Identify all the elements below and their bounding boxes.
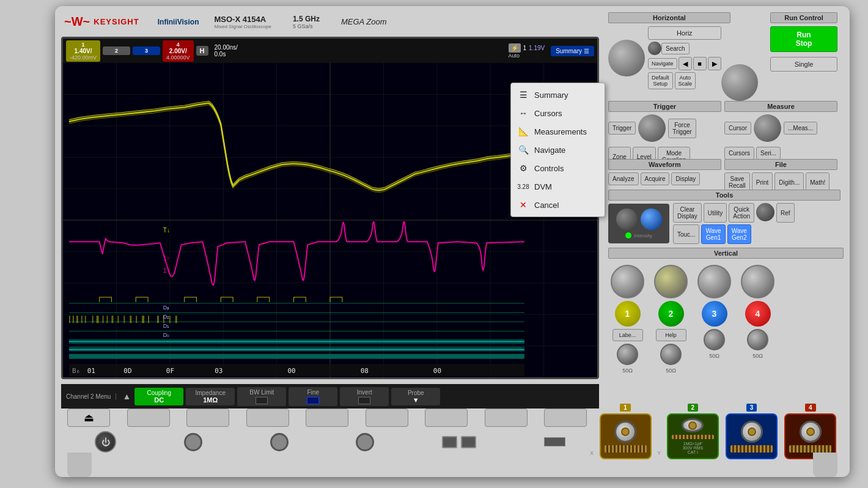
channel1-badge[interactable]: 1 1.40V/ -420.00mV bbox=[66, 40, 100, 62]
bottom-btn-f2[interactable] bbox=[186, 409, 229, 427]
ref-button[interactable]: Ref bbox=[776, 203, 795, 223]
ch1-bnc[interactable] bbox=[614, 421, 636, 443]
usb-port-1[interactable] bbox=[442, 436, 457, 448]
trigger-button[interactable]: Trigger bbox=[608, 122, 636, 135]
bottom-btn-f5[interactable] bbox=[366, 409, 408, 427]
auto-scale-button[interactable]: AutoScale bbox=[675, 72, 696, 89]
ch1-offset: -420.00mV bbox=[70, 54, 97, 61]
search-button[interactable]: Search bbox=[661, 43, 690, 54]
bottom-btn-f8[interactable] bbox=[544, 409, 587, 427]
quick-action-button[interactable]: QuickAction bbox=[729, 203, 754, 223]
horiz-button[interactable]: Horiz bbox=[648, 26, 721, 40]
bottom-btn-f6[interactable] bbox=[425, 409, 468, 427]
ch4-scale-knob[interactable] bbox=[741, 265, 774, 298]
wave-gen1-button[interactable]: WaveGen1 bbox=[701, 224, 725, 244]
horizontal-position-knob[interactable] bbox=[608, 40, 645, 76]
ch1-vertical-button[interactable]: 1 bbox=[615, 301, 641, 327]
cursor-button[interactable]: Cursor bbox=[724, 122, 751, 135]
measure-knob[interactable] bbox=[754, 114, 781, 142]
channel3-badge[interactable]: 3 bbox=[133, 46, 160, 55]
ch2-bnc[interactable] bbox=[682, 418, 704, 432]
acquire-button[interactable]: Acquire bbox=[641, 172, 670, 185]
bottom-btn-f7[interactable] bbox=[485, 409, 528, 427]
power-button[interactable]: ⏻ bbox=[95, 431, 116, 453]
ch1-scale-knob[interactable] bbox=[611, 265, 644, 298]
bottom-btn-f4[interactable] bbox=[306, 409, 348, 427]
ch1-label-button[interactable]: Labe... bbox=[612, 329, 643, 341]
usb-port-2[interactable] bbox=[461, 436, 476, 448]
connector-circle-1[interactable] bbox=[184, 433, 202, 451]
ch2-vertical-button[interactable]: 2 bbox=[658, 301, 684, 327]
navigate-button[interactable]: Navigate bbox=[648, 58, 677, 69]
nav-left-button[interactable]: ◀ bbox=[679, 57, 692, 70]
probe-button[interactable]: Probe ▼ bbox=[391, 388, 440, 405]
bw-limit-button[interactable]: BW Limit bbox=[237, 387, 286, 406]
channel2-badge[interactable]: 2 bbox=[103, 46, 130, 55]
menu-item-cursors[interactable]: ↔ Cursors bbox=[511, 104, 605, 122]
measure-cursors-button[interactable]: Cursors bbox=[724, 147, 754, 160]
summary-button[interactable]: Summary ☰ bbox=[551, 46, 594, 56]
bottom-btn-eject[interactable]: ⏏ bbox=[67, 409, 110, 427]
coupling-button[interactable]: Coupling DC bbox=[134, 388, 183, 405]
ch3-conn-label: 3 bbox=[746, 404, 757, 412]
menu-item-controls[interactable]: ⚙ Controls bbox=[511, 159, 605, 177]
scroll-up-arrow[interactable]: ▲ bbox=[597, 66, 599, 73]
channel4-badge[interactable]: 4 2.00V/ 4.00000V bbox=[163, 40, 194, 62]
fine-button[interactable]: Fine bbox=[289, 387, 337, 406]
search-knob[interactable] bbox=[648, 42, 661, 55]
meas-button[interactable]: ...Meas... bbox=[784, 122, 817, 135]
clear-display-button[interactable]: ClearDisplay bbox=[673, 203, 702, 223]
menu-item-cancel[interactable]: ✕ Cancel bbox=[511, 196, 605, 214]
ch2-position-knob[interactable] bbox=[660, 344, 682, 365]
ch3-scale-knob[interactable] bbox=[697, 265, 731, 298]
connector-circle-3[interactable] bbox=[356, 433, 374, 451]
ch4-conn-dots bbox=[789, 445, 831, 453]
utility-button[interactable]: Utility bbox=[704, 203, 727, 223]
single-button[interactable]: Single bbox=[770, 57, 837, 72]
connector-circle-2[interactable] bbox=[270, 433, 289, 451]
default-setup-button[interactable]: DefaultSetup bbox=[648, 72, 673, 89]
ch3-vertical-button[interactable]: 3 bbox=[702, 301, 727, 327]
analyze-button[interactable]: Analyze bbox=[608, 172, 639, 185]
ch3-position-knob[interactable] bbox=[704, 329, 725, 350]
ch3-conn-box[interactable] bbox=[726, 413, 778, 459]
menu-item-navigate[interactable]: 🔍 Navigate bbox=[511, 141, 605, 159]
nav-stop-button[interactable]: ■ bbox=[693, 57, 707, 70]
horizontal-badge[interactable]: H bbox=[196, 46, 208, 56]
intensity-knob-1[interactable] bbox=[616, 209, 638, 230]
channel-menu-up-arrow[interactable]: ▲ bbox=[120, 391, 133, 401]
ch4-bnc[interactable] bbox=[800, 421, 822, 443]
run-stop-button[interactable]: RunStop bbox=[770, 26, 837, 52]
intensity-knob-2[interactable] bbox=[641, 209, 662, 230]
trigger-level-knob[interactable] bbox=[638, 114, 666, 142]
ch2-ohm-label: 50Ω bbox=[666, 368, 676, 374]
ch4-vertical-button[interactable]: 4 bbox=[745, 301, 771, 327]
invert-button[interactable]: Invert bbox=[340, 387, 389, 406]
force-trigger-button[interactable]: ForceTrigger bbox=[668, 119, 696, 138]
touch-button[interactable]: Touc... bbox=[673, 224, 699, 244]
menu-item-summary[interactable]: ☰ Summary bbox=[511, 86, 605, 104]
display-button[interactable]: Display bbox=[671, 172, 700, 185]
vertical-section-title: Vertical bbox=[608, 248, 844, 259]
seri-button[interactable]: Seri... bbox=[756, 147, 781, 160]
ch4-position-knob[interactable] bbox=[747, 329, 768, 350]
horizontal-scale-knob[interactable] bbox=[721, 64, 758, 101]
impedance-button[interactable]: Impedance 1MΩ bbox=[186, 388, 235, 405]
ch2-help-button[interactable]: Help bbox=[656, 329, 686, 341]
menu-item-dvm[interactable]: 3.28 DVM bbox=[511, 177, 605, 196]
bottom-btn-f3[interactable] bbox=[246, 409, 289, 427]
waveform-controls: Analyze Acquire Display bbox=[608, 172, 721, 185]
wave-gen2-button[interactable]: WaveGen2 bbox=[727, 224, 751, 244]
menu-item-measurements[interactable]: 📐 Measurements bbox=[511, 122, 605, 141]
probe-comp-connector[interactable] bbox=[544, 437, 565, 446]
ch3-bnc[interactable] bbox=[741, 421, 763, 443]
ch2-scale-knob[interactable] bbox=[654, 265, 688, 298]
measurements-menu-icon: 📐 bbox=[517, 127, 529, 136]
ch2-conn-box[interactable]: 1MΩ=1pF300V RMSCAT I bbox=[667, 413, 719, 459]
tools-knob[interactable] bbox=[756, 203, 774, 221]
ch4-vertical-group: 4 50Ω bbox=[738, 262, 777, 361]
ch1-conn-box[interactable] bbox=[600, 413, 652, 459]
ch1-position-knob[interactable] bbox=[617, 344, 638, 365]
bottom-btn-f1[interactable] bbox=[127, 409, 170, 427]
scroll-down-arrow[interactable]: ▼ bbox=[597, 365, 599, 372]
